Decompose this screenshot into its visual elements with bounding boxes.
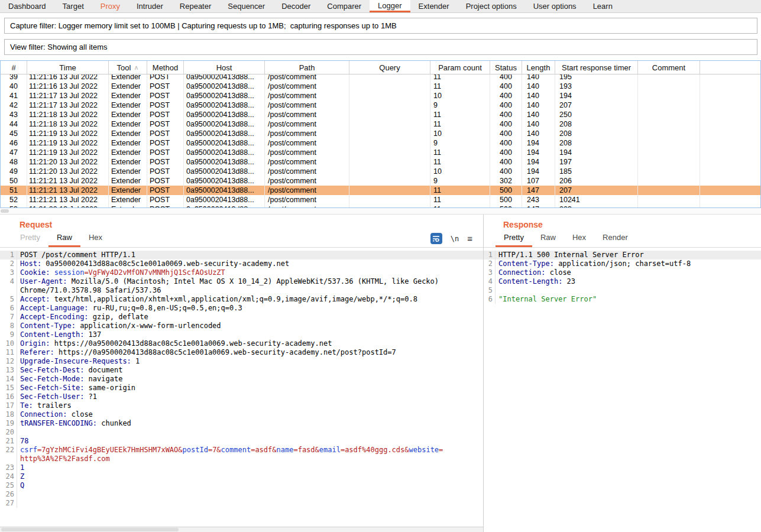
line-content: Cookie: session=VgFWy4D2vMfON7vMNMhjQ1Sc… [17,268,225,277]
menu-tab-decoder[interactable]: Decoder [273,0,319,12]
table-row[interactable]: 4811:21:20 13 Jul 2022ExtenderPOST0a9500… [1,157,760,167]
menu-tab-user-options[interactable]: User options [525,0,585,12]
cell-tool: Extender [109,82,147,91]
column-header-method[interactable]: Method [147,61,184,74]
cell-time: 11:21:17 13 Jul 2022 [27,91,109,100]
cell-length: 194 [522,138,555,148]
line-number: 19 [0,419,17,428]
editor-menu-icon[interactable]: ≡ [467,234,472,243]
editor-line: 22csrf=7gYzhMCiFvi4gBEyUEEk7HmHSHM7xWAO&… [0,446,483,455]
column-header-tool[interactable]: Tool∧ [109,61,147,74]
message-editor-split: Request PrettyRawHex \n ≡ 1POST /po [0,214,761,532]
menu-tab-extender[interactable]: Extender [410,0,458,12]
editor-line: 5 [484,286,761,295]
column-header-query[interactable]: Query [349,61,430,74]
table-row[interactable]: 4311:21:18 13 Jul 2022ExtenderPOST0a9500… [1,110,760,119]
menu-tab-comparer[interactable]: Comparer [319,0,370,12]
column-header-length[interactable]: Length [522,61,555,74]
menu-tab-intruder[interactable]: Intruder [128,0,171,12]
table-row[interactable]: 4611:21:19 13 Jul 2022ExtenderPOST0a9500… [1,138,760,148]
editor-line: 231 [0,463,483,472]
line-content: POST /post/comment HTTP/1.1 [17,251,135,259]
menu-tab-repeater[interactable]: Repeater [171,0,219,12]
line-content: Z [17,472,24,481]
column-header-path[interactable]: Path [265,61,349,74]
column-header-status[interactable]: Status [490,61,522,74]
cell-length: 194 [522,157,555,167]
response-tab-raw[interactable]: Raw [532,230,564,247]
response-tab-render[interactable]: Render [594,230,636,247]
table-row[interactable]: 3911:21:16 13 Jul 2022ExtenderPOST0a9500… [1,74,760,82]
table-row[interactable]: 4211:21:17 13 Jul 2022ExtenderPOST0a9500… [1,100,760,110]
line-number: 9 [0,330,17,339]
cell-srt: 194 [555,148,638,157]
cell-time: 11:21:21 13 Jul 2022 [27,186,109,195]
response-tab-pretty[interactable]: Pretty [496,230,532,247]
menu-tab-dashboard[interactable]: Dashboard [0,0,54,12]
cell-srt: 193 [555,82,638,91]
column-header-label: Method [153,63,178,72]
table-row[interactable]: 4111:21:17 13 Jul 2022ExtenderPOST0a9500… [1,91,760,100]
column-header-time[interactable]: Time [27,61,109,74]
cell-host: 0a9500020413d88... [184,138,265,148]
response-editor[interactable]: 1HTTP/1.1 500 Internal Server Error2Cont… [484,249,761,532]
request-tab-hex[interactable]: Hex [80,230,111,247]
table-row[interactable]: 4711:21:19 13 Jul 2022ExtenderPOST0a9500… [1,148,760,157]
cell-tool: Extender [109,167,147,176]
menu-tab-sequencer[interactable]: Sequencer [219,0,273,12]
menu-tab-project-options[interactable]: Project options [458,0,525,12]
menu-tab-proxy[interactable]: Proxy [92,0,128,12]
cell-tool: Extender [109,148,147,157]
table-row[interactable]: 5111:21:21 13 Jul 2022ExtenderPOST0a9500… [1,186,760,195]
column-header-label: Start response timer [562,63,631,72]
cell-status: 500 [490,195,522,205]
menu-tab-logger[interactable]: Logger [370,0,410,12]
table-row[interactable]: 4011:21:16 13 Jul 2022ExtenderPOST0a9500… [1,82,760,91]
line-content: Q [17,481,24,490]
cell-filler [700,148,760,157]
column-header-param-count[interactable]: Param count [430,61,490,74]
word-wrap-icon[interactable] [430,233,442,244]
cell-params: 11 [430,74,490,82]
view-filter-bar[interactable]: View filter: Showing all items [4,39,757,55]
line-content: Accept-Encoding: gzip, deflate [17,313,148,322]
request-editor[interactable]: 1POST /post/comment HTTP/1.12Host: 0a950… [0,249,483,527]
line-content [17,499,20,508]
table-header-row: #TimeTool∧MethodHostPathQueryParam count… [1,61,760,74]
cell-srt: 195 [555,74,638,82]
line-number: 16 [0,392,17,401]
column-header-host[interactable]: Host [184,61,265,74]
cell-method: POST [147,167,184,176]
table-row[interactable]: 4911:21:20 13 Jul 2022ExtenderPOST0a9500… [1,167,760,176]
line-content: Content-Type: application/json; charset=… [496,259,691,268]
table-row[interactable]: 5211:21:21 13 Jul 2022ExtenderPOST0a9500… [1,195,760,205]
cell-params: 11 [430,82,490,91]
cell-length: 140 [522,82,555,91]
menu-tab-target[interactable]: Target [54,0,92,12]
menu-tab-learn[interactable]: Learn [585,0,621,12]
response-tab-hex[interactable]: Hex [564,230,594,247]
column-header-comment[interactable]: Comment [638,61,700,74]
request-horizontal-scrollbar[interactable] [0,527,483,532]
table-row[interactable]: 5011:21:21 13 Jul 2022ExtenderPOST0a9500… [1,176,760,186]
cell-length: 140 [522,110,555,119]
capture-filter-bar[interactable]: Capture filter: Logger memory limit set … [4,18,757,34]
table-row[interactable]: 4411:21:18 13 Jul 2022ExtenderPOST0a9500… [1,119,760,129]
cell-filler [700,74,760,82]
table-horizontal-scrollbar[interactable] [0,208,761,214]
request-tab-raw[interactable]: Raw [48,230,80,247]
scrollbar-thumb[interactable] [1,528,179,531]
line-number: 23 [0,463,17,472]
scrollbar-thumb[interactable] [1,209,9,213]
response-tab-bar: PrettyRawHexRender [484,231,761,248]
cell-params: 11 [430,148,490,157]
column-header-start-response-timer[interactable]: Start response timer [555,61,638,74]
editor-line: 1HTTP/1.1 500 Internal Server Error [484,251,761,259]
column-header-number[interactable]: # [1,61,27,74]
cell-params: 9 [430,138,490,148]
cell-method: POST [147,110,184,119]
table-row[interactable]: 4511:21:19 13 Jul 2022ExtenderPOST0a9500… [1,129,760,138]
cell-time: 11:21:21 13 Jul 2022 [27,195,109,205]
cell-path: /post/comment [265,167,349,176]
show-newlines-icon[interactable]: \n [451,235,459,243]
